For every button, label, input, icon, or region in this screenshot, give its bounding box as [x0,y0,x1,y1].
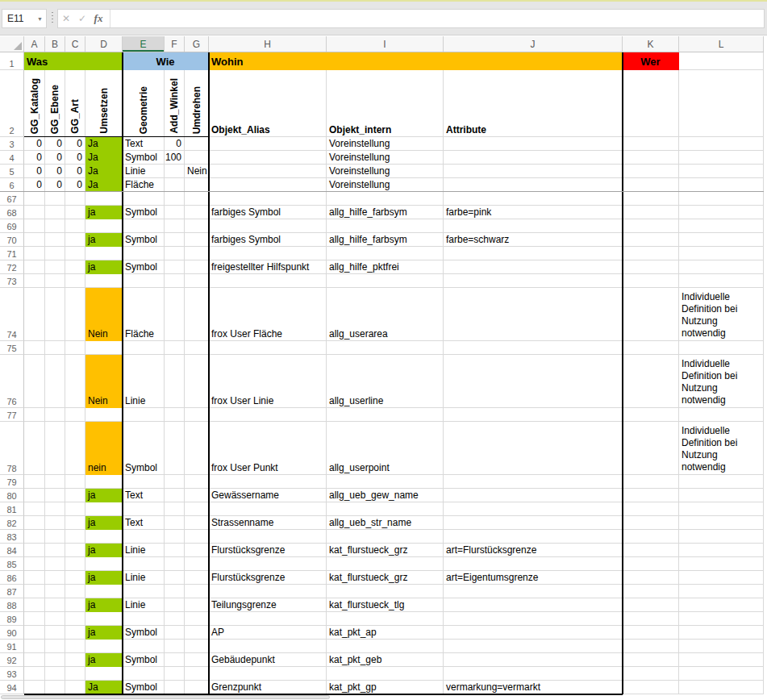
cell-C73[interactable] [65,274,85,288]
column-header-G[interactable]: G [185,36,209,52]
cell-A73[interactable] [24,274,45,288]
row-header-78[interactable]: 78 [0,422,24,475]
cell-D68[interactable]: ja [85,206,123,219]
cell-G2[interactable]: Umdrehen [185,70,209,137]
cell-L85[interactable] [679,557,764,571]
cell-L2[interactable] [679,70,764,137]
row-header-67[interactable]: 67 [0,192,24,206]
cell-I69[interactable] [327,219,444,233]
column-header-E[interactable]: E [123,36,165,52]
cell-B5[interactable]: 0 [45,165,65,178]
cell-B84[interactable] [45,544,65,557]
cell-C86[interactable] [65,571,85,585]
cell-J89[interactable] [444,612,623,626]
cell-J71[interactable] [444,247,623,260]
cell-C79[interactable] [65,475,85,489]
cell-K73[interactable] [623,274,679,288]
row-header-4[interactable]: 4 [0,151,24,165]
cell-H67[interactable] [209,192,327,206]
cell-H71[interactable] [209,247,327,260]
cell-J85[interactable] [444,557,623,571]
cell-F5[interactable] [165,165,185,178]
cell-J68[interactable]: farbe=pink [444,206,623,219]
cell-J77[interactable] [444,408,623,422]
cell-L83[interactable] [679,530,764,544]
cell-J94[interactable]: vermarkung=vermarkt [444,681,623,694]
cell-K93[interactable] [623,667,679,681]
cell-B69[interactable] [45,219,65,233]
cell-K92[interactable] [623,653,679,667]
row-header-2[interactable]: 2 [0,70,24,137]
cell-H82[interactable]: Strassenname [209,516,327,530]
cell-B68[interactable] [45,206,65,219]
name-box[interactable]: E11 ▼ [2,9,47,28]
cell-H70[interactable]: farbiges Symbol [209,233,327,247]
cell-L68[interactable] [679,206,764,219]
cell-G76[interactable] [185,355,209,408]
cell-B71[interactable] [45,247,65,260]
cell-J80[interactable] [444,489,623,502]
cell-F2[interactable]: Add_Winkel [165,70,185,137]
cell-J67[interactable] [444,192,623,206]
cell-D93[interactable] [85,667,123,681]
cell-G73[interactable] [185,274,209,288]
cell-K77[interactable] [623,408,679,422]
cell-F71[interactable] [165,247,185,260]
cell-G82[interactable] [185,516,209,530]
cell-G71[interactable] [185,247,209,260]
cell-K75[interactable] [623,341,679,355]
cell-G90[interactable] [185,626,209,640]
cell-I74[interactable]: allg_userarea [327,288,444,341]
cell-K2[interactable] [623,70,679,137]
cell-C85[interactable] [65,557,85,571]
cell-L84[interactable] [679,544,764,557]
cell-C89[interactable] [65,612,85,626]
cell-L86[interactable] [679,571,764,585]
cell-B4[interactable]: 0 [45,151,65,165]
cell-H2[interactable]: Objekt_Alias [209,70,327,137]
cell-G5[interactable]: Nein [185,165,209,178]
cell-L91[interactable] [679,640,764,653]
cell-E6[interactable]: Fläche [123,178,165,192]
column-header-D[interactable]: D [85,36,123,52]
cell-H80[interactable]: Gewässername [209,489,327,502]
cell-E85[interactable] [123,557,165,571]
column-header-H[interactable]: H [209,36,327,52]
cell-E71[interactable] [123,247,165,260]
cell-G80[interactable] [185,489,209,502]
cell-J74[interactable] [444,288,623,341]
cell-D4[interactable]: Ja [85,151,123,165]
cell-K1[interactable]: Wer [623,52,679,70]
cell-A85[interactable] [24,557,45,571]
cell-C90[interactable] [65,626,85,640]
cell-L94[interactable] [679,681,764,694]
cell-E94[interactable]: Symbol [123,681,165,694]
cell-I80[interactable]: allg_ueb_gew_name [327,489,444,502]
cell-I94[interactable]: kat_pkt_gp [327,681,444,694]
cell-A84[interactable] [24,544,45,557]
cell-G75[interactable] [185,341,209,355]
cell-E77[interactable] [123,408,165,422]
cell-K79[interactable] [623,475,679,489]
cell-A5[interactable]: 0 [24,165,45,178]
cell-G70[interactable] [185,233,209,247]
cell-A76[interactable] [24,355,45,408]
cell-A92[interactable] [24,653,45,667]
cell-H84[interactable]: Flurstücksgrenze [209,544,327,557]
cell-F6[interactable] [165,178,185,192]
cell-K87[interactable] [623,585,679,598]
cell-D74[interactable]: Nein [85,288,123,341]
cell-F93[interactable] [165,667,185,681]
cell-J87[interactable] [444,585,623,598]
cell-E4[interactable]: Symbol [123,151,165,165]
cell-B74[interactable] [45,288,65,341]
cell-I73[interactable] [327,274,444,288]
row-header-91[interactable]: 91 [0,640,24,653]
cell-K69[interactable] [623,219,679,233]
row-header-68[interactable]: 68 [0,206,24,219]
cell-D79[interactable] [85,475,123,489]
cell-C78[interactable] [65,422,85,475]
cell-I6[interactable]: Voreinstellung [327,178,444,192]
cell-L81[interactable] [679,502,764,516]
cell-J82[interactable] [444,516,623,530]
